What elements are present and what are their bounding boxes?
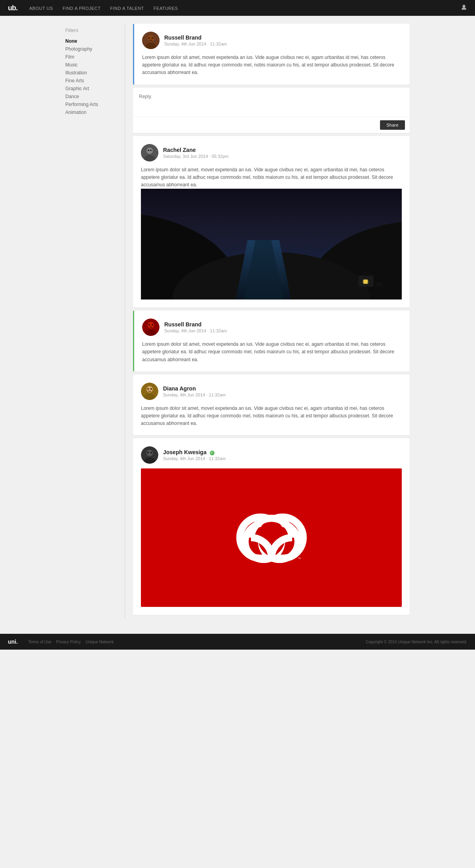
- svg-point-4: [148, 37, 150, 39]
- sidebar: Filters None Photography Film Music Illu…: [59, 24, 123, 618]
- timestamp-2: Saturday, 3rd Jun 2014 · 05:32pm: [163, 154, 229, 159]
- post-body-2: Lorem ipsum dolor sit amet, movet expete…: [141, 166, 402, 189]
- avatar-russell-2: [142, 318, 160, 336]
- author-name-4: Diana Agron: [163, 385, 226, 392]
- footer-terms[interactable]: Terms of Use: [28, 640, 51, 644]
- nav-links: ABOUT US FIND A PROJECT FIND A TALENT FE…: [29, 5, 178, 11]
- post-card-3: Russell Brand Sunday, 4th Jun 2014 · 11:…: [133, 311, 410, 371]
- reply-card: Share: [133, 88, 410, 133]
- timestamp-3: Sunday, 4th Jun 2014 · 11:32am: [164, 328, 227, 333]
- svg-point-7: [146, 148, 153, 154]
- footer-logo: uni.: [8, 639, 18, 645]
- svg-point-21: [363, 279, 369, 284]
- sidebar-divider: [125, 24, 125, 618]
- sidebar-item-illustration[interactable]: Illustration: [65, 69, 117, 77]
- avatar-rachel: [141, 144, 158, 161]
- svg-point-10: [150, 150, 152, 151]
- svg-point-33: [150, 388, 152, 390]
- author-name-3: Russell Brand: [164, 321, 227, 328]
- footer-links: Terms of Use Privacy Policy Unique Netwo…: [28, 640, 114, 644]
- sidebar-item-animation[interactable]: Animation: [65, 108, 117, 116]
- post-card-5: Joseph Kwesiga Sunday, 4th Jun 2014 · 11…: [133, 438, 410, 615]
- footer-unique-network[interactable]: Unique Network: [86, 640, 114, 644]
- post-card-2: Rachel Zane Saturday, 3rd Jun 2014 · 05:…: [133, 136, 410, 308]
- author-name-1: Russell Brand: [164, 34, 227, 41]
- timestamp-5: Sunday, 4th Jun 2014 · 11:32am: [163, 456, 226, 461]
- nav-features[interactable]: FEATURES: [154, 6, 178, 11]
- footer: uni. Terms of Use Privacy Policy Unique …: [0, 634, 475, 650]
- post-meta-1: Russell Brand Sunday, 4th Jun 2014 · 11:…: [164, 34, 227, 46]
- post-image-landscape: [141, 189, 402, 299]
- svg-point-37: [147, 452, 149, 453]
- svg-rect-22: [376, 282, 382, 287]
- reply-footer: Share: [133, 117, 410, 133]
- post-image-adobe-cc: ™: [141, 468, 402, 607]
- svg-point-0: [463, 5, 466, 8]
- post-meta-3: Russell Brand Sunday, 4th Jun 2014 · 11:…: [164, 321, 227, 333]
- nav-about-us[interactable]: ABOUT US: [29, 6, 53, 11]
- post-meta-4: Diana Agron Sunday, 4th Jun 2014 · 11:32…: [163, 385, 226, 397]
- share-button[interactable]: Share: [380, 120, 405, 130]
- svg-point-32: [147, 388, 149, 390]
- svg-point-5: [152, 37, 153, 39]
- svg-point-28: [152, 324, 153, 326]
- post-header-4: Diana Agron Sunday, 4th Jun 2014 · 11:32…: [141, 383, 402, 400]
- svg-point-38: [150, 452, 152, 453]
- footer-copyright: Copyright © 2014 Unique Network Inc. All…: [366, 640, 467, 644]
- sidebar-item-none[interactable]: None: [65, 37, 117, 45]
- avatar-russell-1: [142, 32, 160, 49]
- verified-badge: [210, 451, 215, 455]
- svg-text:™: ™: [297, 557, 301, 561]
- post-header-5: Joseph Kwesiga Sunday, 4th Jun 2014 · 11…: [141, 446, 402, 464]
- post-body-3: Lorem ipsum dolor sit amet, movet expete…: [142, 341, 402, 364]
- nav-find-project[interactable]: FIND A PROJECT: [63, 6, 101, 11]
- post-header-2: Rachel Zane Saturday, 3rd Jun 2014 · 05:…: [141, 144, 402, 161]
- nav-logo: ub.: [8, 4, 17, 12]
- main-content: Russell Brand Sunday, 4th Jun 2014 · 11:…: [127, 24, 416, 618]
- author-name-5: Joseph Kwesiga: [163, 449, 226, 455]
- avatar-diana: [141, 383, 158, 400]
- svg-point-9: [148, 150, 149, 151]
- sidebar-item-music[interactable]: Music: [65, 61, 117, 69]
- post-meta-5: Joseph Kwesiga Sunday, 4th Jun 2014 · 11…: [163, 449, 226, 461]
- post-card-1: Russell Brand Sunday, 4th Jun 2014 · 11:…: [133, 24, 410, 85]
- post-body-1: Lorem ipsum dolor sit amet, movet expete…: [142, 54, 402, 77]
- post-header-1: Russell Brand Sunday, 4th Jun 2014 · 11:…: [142, 32, 402, 49]
- sidebar-item-performing-arts[interactable]: Performing Arts: [65, 100, 117, 108]
- post-meta-2: Rachel Zane Saturday, 3rd Jun 2014 · 05:…: [163, 147, 229, 159]
- post-header-3: Russell Brand Sunday, 4th Jun 2014 · 11:…: [142, 318, 402, 336]
- reply-textarea[interactable]: [133, 88, 410, 116]
- sidebar-item-dance[interactable]: Dance: [65, 93, 117, 100]
- sidebar-item-fine-arts[interactable]: Fine Arts: [65, 77, 117, 85]
- author-name-2: Rachel Zane: [163, 147, 229, 153]
- sidebar-item-graphic-art[interactable]: Graphic Art: [65, 85, 117, 93]
- user-icon[interactable]: [461, 4, 467, 12]
- timestamp-1: Sunday, 4th Jun 2014 · 11:32am: [164, 42, 227, 46]
- filters-label: Filters: [65, 28, 117, 33]
- sidebar-item-film[interactable]: Film: [65, 53, 117, 61]
- svg-point-27: [148, 324, 150, 326]
- footer-privacy[interactable]: Privacy Policy: [56, 640, 81, 644]
- avatar-joseph: [141, 446, 158, 464]
- post-body-4: Lorem ipsum dolor sit amet, movet expete…: [141, 405, 402, 428]
- sidebar-item-photography[interactable]: Photography: [65, 45, 117, 53]
- nav-find-talent[interactable]: FIND A TALENT: [110, 6, 144, 11]
- navbar: ub. ABOUT US FIND A PROJECT FIND A TALEN…: [0, 0, 475, 16]
- post-card-4: Diana Agron Sunday, 4th Jun 2014 · 11:32…: [133, 375, 410, 436]
- page-wrapper: Filters None Photography Film Music Illu…: [59, 16, 416, 626]
- timestamp-4: Sunday, 4th Jun 2014 · 11:32am: [163, 392, 226, 397]
